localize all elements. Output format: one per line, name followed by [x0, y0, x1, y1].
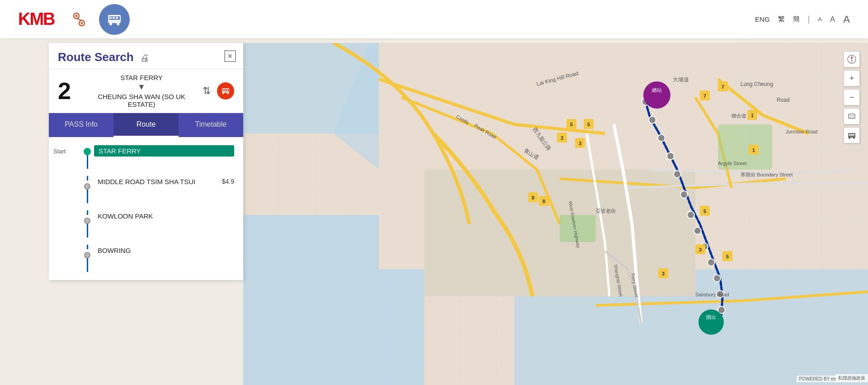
stop-line-bottom — [87, 258, 88, 272]
stop-name[interactable]: MIDDLE ROAD TSIM SHA TSUI — [94, 176, 222, 185]
svg-line-2 — [76, 19, 82, 20]
svg-text:Argyle Street: Argyle Street — [718, 161, 747, 166]
bus-stop-button[interactable] — [844, 127, 860, 143]
route-panel: Route Search 🖨 ✕ 2 STAR FERRY ▼ CHEUNG S… — [49, 43, 243, 280]
svg-rect-93 — [849, 114, 855, 119]
tab-route[interactable]: Route — [113, 113, 178, 137]
privacy-link[interactable]: 私隱措施政策 — [835, 374, 868, 382]
zoom-in-button[interactable]: + — [844, 70, 860, 86]
svg-text:界限街 Boundary Street: 界限街 Boundary Street — [741, 172, 793, 177]
lang-divider: | — [808, 14, 810, 24]
stop-line-area — [80, 176, 94, 203]
tab-pass-info[interactable]: PASS Info — [49, 113, 113, 137]
stop-line-top — [87, 210, 88, 215]
stop-item[interactable]: BOWRING — [49, 241, 243, 276]
svg-rect-12 — [116, 17, 118, 19]
svg-text:3: 3 — [579, 141, 581, 146]
svg-rect-101 — [849, 134, 850, 136]
layers-button[interactable] — [844, 108, 860, 124]
stop-dot-first — [84, 148, 91, 155]
svg-text:3: 3 — [699, 247, 702, 252]
stop-item[interactable]: Start STAR FERRY — [49, 142, 243, 172]
stop-dot — [84, 252, 90, 258]
svg-point-43 — [698, 309, 724, 335]
svg-rect-19 — [226, 90, 228, 91]
svg-point-31 — [667, 152, 674, 160]
route-info: 2 STAR FERRY ▼ CHEUNG SHA WAN (SO UK EST… — [49, 69, 243, 113]
stop-name[interactable]: BOWRING — [94, 245, 234, 254]
svg-point-32 — [674, 171, 681, 178]
lang-trad[interactable]: 繁 — [778, 15, 785, 24]
map[interactable]: 總站 開出 Lai King Hill Road 大埔道 Lung Cheung… — [243, 43, 868, 385]
lang-eng[interactable]: ENG — [755, 15, 770, 23]
swap-direction-button[interactable]: ⇅ — [203, 85, 211, 97]
map-controls: + − — [844, 51, 860, 143]
lang-simp[interactable]: 簡 — [793, 15, 800, 24]
font-small-button[interactable]: A — [818, 16, 822, 23]
svg-point-15 — [227, 92, 229, 94]
tab-timetable[interactable]: Timetable — [179, 113, 243, 137]
panel-header: Route Search 🖨 ✕ — [49, 43, 243, 69]
svg-rect-18 — [225, 90, 226, 91]
stop-label — [53, 245, 80, 247]
panel-title: Route Search — [58, 50, 134, 64]
svg-text:Road: Road — [777, 97, 790, 103]
stop-line-top — [87, 176, 88, 181]
svg-rect-11 — [113, 17, 115, 19]
route-direction: STAR FERRY ▼ CHEUNG SHA WAN (SO UK ESTAT… — [87, 74, 196, 108]
zoom-out-button[interactable]: − — [844, 89, 860, 105]
svg-point-7 — [109, 23, 112, 25]
svg-text:Junction Road: Junction Road — [786, 129, 817, 134]
compass-button[interactable] — [844, 51, 860, 67]
stop-line-bottom — [87, 224, 88, 238]
svg-rect-17 — [223, 90, 224, 91]
svg-rect-94 — [849, 113, 854, 114]
svg-text:7: 7 — [722, 84, 724, 90]
svg-point-100 — [853, 137, 855, 139]
route-number: 2 — [58, 79, 80, 103]
svg-point-8 — [117, 23, 119, 25]
esri-attribution: POWERED BY esri — [797, 375, 841, 382]
print-icon[interactable]: 🖨 — [140, 53, 149, 63]
kmb-logo: KMB — [18, 10, 55, 29]
font-large-button[interactable]: A — [843, 14, 850, 25]
svg-text:大埔道: 大埔道 — [673, 76, 689, 83]
svg-text:5: 5 — [703, 209, 706, 214]
close-button[interactable]: ✕ — [224, 50, 236, 62]
svg-point-33 — [680, 191, 688, 198]
svg-point-99 — [849, 137, 850, 139]
svg-point-29 — [649, 116, 656, 124]
route-from: STAR FERRY — [87, 74, 196, 81]
svg-text:亞皆老街: 亞皆老街 — [596, 208, 616, 214]
svg-text:1: 1 — [752, 147, 755, 153]
stop-label — [53, 176, 80, 179]
stop-item[interactable]: KOWLOON PARK — [49, 207, 243, 241]
svg-text:7: 7 — [703, 93, 706, 99]
svg-text:5: 5 — [587, 122, 590, 127]
svg-text:聯合道: 聯合道 — [731, 113, 746, 119]
stop-line-top — [87, 245, 88, 249]
route-search-icon[interactable] — [68, 9, 90, 30]
stop-name-first[interactable]: STAR FERRY — [94, 145, 234, 157]
header: KMB ENG 繁 簡 | A A A — [0, 0, 868, 38]
svg-point-41 — [643, 81, 670, 109]
stop-list[interactable]: Start STAR FERRY MIDDLE ROAD TSIM SHA TS… — [49, 137, 243, 280]
svg-point-30 — [658, 134, 665, 142]
svg-text:開出: 開出 — [706, 314, 716, 320]
bus-circle-button[interactable] — [99, 4, 130, 35]
svg-point-38 — [713, 275, 721, 282]
font-medium-button[interactable]: A — [830, 15, 835, 24]
stop-dot — [84, 218, 90, 224]
svg-text:1: 1 — [751, 113, 754, 118]
route-to: CHEUNG SHA WAN (SO UK ESTATE) — [87, 93, 196, 108]
route-type-icon — [217, 82, 234, 100]
stop-label — [53, 210, 80, 213]
svg-text:Salisbury Road: Salisbury Road — [695, 292, 729, 297]
svg-text:8: 8 — [542, 199, 545, 204]
stop-item[interactable]: MIDDLE ROAD TSIM SHA TSUI $4.9 — [49, 172, 243, 207]
stop-name[interactable]: KOWLOON PARK — [94, 210, 234, 220]
tab-bar: PASS Info Route Timetable — [49, 113, 243, 137]
svg-point-3 — [75, 14, 77, 17]
stop-label: Start — [53, 145, 80, 155]
svg-rect-102 — [851, 134, 852, 136]
